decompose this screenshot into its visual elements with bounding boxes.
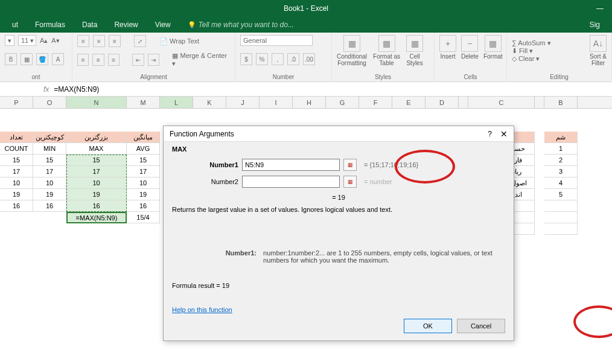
cell[interactable]: بزرگترین — [66, 132, 127, 143]
cell[interactable]: 2 — [544, 155, 578, 166]
grow-font-icon[interactable]: A▴ — [40, 37, 48, 45]
cell[interactable]: 3 — [544, 166, 578, 177]
merge-center-button[interactable]: ▦ Merge & Center ▾ — [172, 52, 230, 68]
align-mid-icon[interactable]: ≡ — [93, 35, 105, 47]
column-header[interactable]: J — [226, 97, 260, 108]
fx-icon[interactable]: fx — [43, 85, 49, 94]
formula-input[interactable] — [53, 85, 610, 94]
column-header[interactable] — [459, 97, 468, 108]
ok-button[interactable]: OK — [404, 319, 452, 333]
cell[interactable]: MIN — [33, 143, 66, 155]
minimize-button[interactable]: — — [588, 0, 612, 17]
cell[interactable]: 15/4 — [127, 212, 160, 223]
border-button[interactable]: ▦ — [21, 53, 33, 65]
cell[interactable]: 16 — [33, 200, 66, 212]
sign-in[interactable]: Sig — [581, 21, 608, 29]
tab-view[interactable]: View — [147, 21, 179, 29]
cell[interactable]: کوچیکترین — [33, 132, 66, 143]
tell-me-search[interactable]: Tell me what you want to do... — [179, 21, 302, 29]
column-header[interactable]: N — [66, 97, 127, 108]
format-as-table-button[interactable]: ▦Format as Table — [373, 35, 400, 66]
cell[interactable]: 17 — [0, 166, 33, 177]
clear-button[interactable]: ◇ Clear ▾ — [512, 55, 551, 63]
insert-cells-button[interactable]: +Insert — [439, 35, 456, 60]
tab-formulas[interactable]: Formulas — [27, 21, 74, 29]
cell[interactable]: 15 — [127, 155, 160, 166]
tab-data[interactable]: Data — [74, 21, 106, 29]
arg2-input[interactable] — [242, 176, 340, 188]
column-header[interactable]: P — [0, 97, 33, 108]
dialog-help-icon[interactable]: ? — [488, 130, 492, 138]
column-header[interactable]: L — [160, 97, 193, 108]
cancel-button[interactable]: Cancel — [457, 319, 505, 333]
indent-dec-icon[interactable]: ⇤ — [132, 54, 144, 66]
column-header[interactable]: D — [426, 97, 459, 108]
cell[interactable] — [544, 223, 578, 235]
cell[interactable]: 10 — [127, 177, 160, 189]
sort-filter-button[interactable]: A↓Sort & Filter — [590, 35, 607, 66]
fill-button[interactable]: ⬇ Fill ▾ — [512, 47, 551, 55]
cell[interactable]: COUNT — [0, 143, 33, 155]
column-header[interactable]: I — [260, 97, 293, 108]
cell[interactable]: تعداد — [0, 132, 33, 143]
align-center-icon[interactable]: ≡ — [92, 54, 104, 66]
column-header[interactable]: H — [293, 97, 326, 108]
column-header[interactable]: M — [127, 97, 160, 108]
column-header[interactable]: G — [326, 97, 359, 108]
column-header[interactable]: K — [193, 97, 226, 108]
cell[interactable]: 17 — [33, 166, 66, 177]
tab-layout[interactable]: ut — [4, 21, 27, 29]
cell[interactable]: =MAX(N5:N9) — [66, 212, 127, 223]
percent-icon[interactable]: % — [256, 53, 268, 65]
cell[interactable]: 10 — [0, 177, 33, 189]
column-header[interactable] — [535, 97, 544, 108]
arg1-input[interactable] — [242, 159, 340, 171]
help-link[interactable]: Help on this function — [172, 306, 232, 313]
align-left-icon[interactable]: ≡ — [77, 54, 89, 66]
number-format-select[interactable]: General — [240, 35, 313, 46]
cell[interactable]: 19 — [0, 189, 33, 200]
cell[interactable]: 10 — [33, 177, 66, 189]
cell[interactable]: 16 — [127, 200, 160, 212]
cell[interactable]: AVG — [127, 143, 160, 155]
cell[interactable]: 19 — [33, 189, 66, 200]
cell[interactable]: 17 — [127, 166, 160, 177]
dec-decimal-icon[interactable]: .00 — [303, 53, 315, 65]
cell[interactable] — [544, 212, 578, 223]
cell[interactable]: 4 — [544, 177, 578, 189]
column-header[interactable]: C — [468, 97, 535, 108]
font-size[interactable]: 11 ▾ — [18, 35, 36, 46]
autosum-button[interactable]: ∑ AutoSum ▾ — [512, 39, 551, 47]
format-cells-button[interactable]: ▦Format — [483, 35, 503, 60]
cell[interactable]: 16 — [0, 200, 33, 212]
shrink-font-icon[interactable]: A▾ — [51, 37, 59, 45]
column-header[interactable]: B — [544, 97, 578, 108]
align-bot-icon[interactable]: ≡ — [109, 35, 121, 47]
font-color-button[interactable]: A — [52, 53, 64, 65]
inc-decimal-icon[interactable]: .0 — [287, 53, 299, 65]
conditional-formatting-button[interactable]: ▦Conditional Formatting — [337, 35, 367, 66]
cell[interactable]: MAX — [66, 143, 127, 155]
align-top-icon[interactable]: ≡ — [77, 35, 89, 47]
font-picker[interactable]: ▾ — [5, 35, 14, 46]
cell[interactable]: 19 — [127, 189, 160, 200]
delete-cells-button[interactable]: −Delete — [461, 35, 479, 60]
arg2-collapse-icon[interactable]: ▦ — [343, 176, 357, 188]
column-header[interactable]: E — [392, 97, 426, 108]
currency-icon[interactable]: $ — [240, 53, 252, 65]
cell[interactable]: میانگین — [127, 132, 160, 143]
cell[interactable]: 5 — [544, 189, 578, 200]
bold-button[interactable]: B — [5, 53, 17, 65]
fill-color-button[interactable]: 🪣 — [36, 53, 48, 65]
column-header[interactable]: F — [359, 97, 392, 108]
cell[interactable] — [544, 200, 578, 212]
cell-styles-button[interactable]: ▦Cell Styles — [406, 35, 423, 66]
indent-inc-icon[interactable]: ⇥ — [148, 54, 159, 66]
cell[interactable]: 1 — [544, 143, 578, 155]
cell[interactable]: 15 — [0, 155, 33, 166]
orientation-icon[interactable]: ⤢ — [134, 35, 146, 47]
arg1-collapse-icon[interactable]: ▦ — [343, 159, 357, 171]
column-header[interactable]: O — [33, 97, 66, 108]
cell[interactable]: شم — [544, 132, 578, 143]
wrap-text-button[interactable]: 📄 Wrap Text — [159, 37, 199, 45]
